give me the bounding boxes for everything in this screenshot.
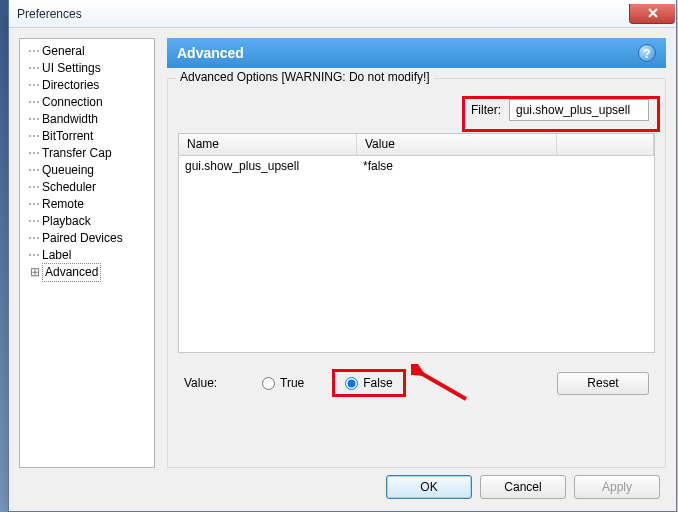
dialog-buttons: OK Cancel Apply	[386, 475, 660, 499]
sidebar-item-label: Queueing	[42, 162, 94, 179]
close-button[interactable]	[629, 4, 675, 24]
panel-header: Advanced ?	[167, 38, 666, 68]
sidebar-item-label: Connection	[42, 94, 103, 111]
sidebar-item-label: Bandwidth	[42, 111, 98, 128]
sidebar-item-general[interactable]: ⋯General	[28, 43, 154, 60]
sidebar-item-label: BitTorrent	[42, 128, 93, 145]
ok-button[interactable]: OK	[386, 475, 472, 499]
advanced-panel: Advanced ? Advanced Options [WARNING: Do…	[167, 38, 666, 468]
col-value[interactable]: Value	[357, 134, 557, 155]
close-icon	[647, 7, 659, 19]
sidebar-item-label[interactable]: ⋯Label	[28, 247, 154, 264]
col-name[interactable]: Name	[179, 134, 357, 155]
radio-true[interactable]: True	[252, 372, 314, 394]
cell-name: gui.show_plus_upsell	[179, 159, 357, 173]
titlebar: Preferences	[9, 0, 676, 28]
tree-bullet-icon: ⋯	[28, 230, 42, 247]
sidebar-item-advanced[interactable]: ⊞Advanced	[28, 264, 154, 281]
sidebar-item-scheduler[interactable]: ⋯Scheduler	[28, 179, 154, 196]
apply-button: Apply	[574, 475, 660, 499]
radio-false-label: False	[363, 376, 392, 390]
expand-icon[interactable]: ⊞	[28, 264, 42, 281]
tree-bullet-icon: ⋯	[28, 247, 42, 264]
sidebar-item-remote[interactable]: ⋯Remote	[28, 196, 154, 213]
tree-bullet-icon: ⋯	[28, 196, 42, 213]
sidebar-item-label: Transfer Cap	[42, 145, 112, 162]
table-row[interactable]: gui.show_plus_upsell *false	[179, 156, 654, 176]
sidebar-item-label: Scheduler	[42, 179, 96, 196]
sidebar-item-label: Remote	[42, 196, 84, 213]
preferences-dialog: Preferences ⋯General⋯UI Settings⋯Directo…	[8, 0, 677, 512]
sidebar-item-label: Directories	[42, 77, 99, 94]
sidebar-item-paired-devices[interactable]: ⋯Paired Devices	[28, 230, 154, 247]
sidebar-item-bandwidth[interactable]: ⋯Bandwidth	[28, 111, 154, 128]
tree-bullet-icon: ⋯	[28, 179, 42, 196]
group-legend: Advanced Options [WARNING: Do not modify…	[176, 70, 434, 84]
tree-bullet-icon: ⋯	[28, 60, 42, 77]
tree-bullet-icon: ⋯	[28, 162, 42, 179]
advanced-options-group: Advanced Options [WARNING: Do not modify…	[167, 78, 666, 468]
sidebar-item-directories[interactable]: ⋯Directories	[28, 77, 154, 94]
sidebar-item-label: UI Settings	[42, 60, 101, 77]
tree-bullet-icon: ⋯	[28, 128, 42, 145]
radio-true-input[interactable]	[262, 377, 275, 390]
col-spacer	[557, 134, 654, 155]
sidebar-item-label: Label	[42, 247, 71, 264]
tree-bullet-icon: ⋯	[28, 145, 42, 162]
tree-bullet-icon: ⋯	[28, 213, 42, 230]
options-table[interactable]: Name Value gui.show_plus_upsell *false	[178, 133, 655, 353]
tree-bullet-icon: ⋯	[28, 43, 42, 60]
filter-input[interactable]	[509, 99, 649, 121]
sidebar-item-label: General	[42, 43, 85, 60]
reset-button[interactable]: Reset	[557, 372, 649, 395]
value-editor-row: Value: True False Reset	[178, 369, 655, 397]
sidebar-item-queueing[interactable]: ⋯Queueing	[28, 162, 154, 179]
window-title: Preferences	[9, 7, 82, 21]
sidebar-item-label: Playback	[42, 213, 91, 230]
tree-bullet-icon: ⋯	[28, 111, 42, 128]
sidebar-item-ui-settings[interactable]: ⋯UI Settings	[28, 60, 154, 77]
filter-label: Filter:	[471, 103, 501, 117]
tree-bullet-icon: ⋯	[28, 94, 42, 111]
sidebar-item-connection[interactable]: ⋯Connection	[28, 94, 154, 111]
radio-true-label: True	[280, 376, 304, 390]
sidebar-item-playback[interactable]: ⋯Playback	[28, 213, 154, 230]
sidebar-item-bittorrent[interactable]: ⋯BitTorrent	[28, 128, 154, 145]
help-icon[interactable]: ?	[638, 44, 656, 62]
cell-value: *false	[357, 159, 557, 173]
category-tree[interactable]: ⋯General⋯UI Settings⋯Directories⋯Connect…	[19, 38, 155, 468]
sidebar-item-label: Paired Devices	[42, 230, 123, 247]
value-label: Value:	[184, 376, 234, 390]
sidebar-item-label: Advanced	[42, 263, 101, 282]
cancel-button[interactable]: Cancel	[480, 475, 566, 499]
panel-title: Advanced	[177, 45, 244, 61]
tree-bullet-icon: ⋯	[28, 77, 42, 94]
sidebar-item-transfer-cap[interactable]: ⋯Transfer Cap	[28, 145, 154, 162]
radio-false-input[interactable]	[345, 377, 358, 390]
radio-false[interactable]: False	[332, 369, 405, 397]
